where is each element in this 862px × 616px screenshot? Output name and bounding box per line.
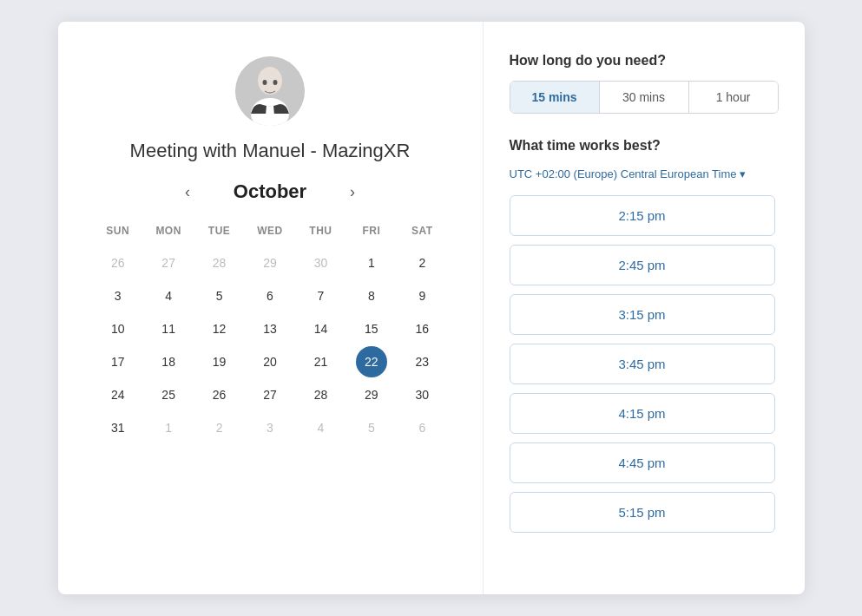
next-month-button[interactable]: › (340, 180, 365, 204)
time-slot-5[interactable]: 4:45 pm (510, 442, 775, 483)
time-slot-3[interactable]: 3:45 pm (510, 344, 775, 384)
duration-button-0[interactable]: 15 mins (510, 82, 600, 113)
calendar-day[interactable]: 13 (245, 313, 295, 344)
calendar-day[interactable]: 14 (295, 313, 345, 344)
calendar-day-header: THU (295, 221, 345, 240)
calendar-day-other-month: 28 (194, 247, 244, 279)
calendar-day-other-month: 5 (346, 412, 397, 443)
time-slot-4[interactable]: 4:15 pm (510, 393, 775, 434)
duration-section-title: How long do you need? (510, 53, 779, 69)
calendar-body: 2627282930123456789101112131415161718192… (93, 247, 448, 443)
calendar-day-other-month: 30 (295, 247, 345, 279)
calendar-day[interactable]: 24 (93, 379, 143, 410)
calendar-day[interactable]: 7 (295, 280, 345, 311)
time-slot-6[interactable]: 5:15 pm (510, 492, 775, 533)
time-slot-0[interactable]: 2:15 pm (510, 195, 775, 236)
calendar-day[interactable]: 9 (397, 280, 447, 311)
calendar-day[interactable]: 17 (93, 346, 143, 377)
time-section-title: What time works best? (510, 138, 779, 154)
calendar-day[interactable]: 27 (245, 379, 295, 410)
calendar-day[interactable]: 2 (397, 247, 447, 279)
calendar-day-other-month: 27 (143, 247, 194, 279)
calendar-day[interactable]: 19 (194, 346, 244, 377)
calendar-day[interactable]: 15 (346, 313, 397, 344)
calendar-day[interactable]: 21 (295, 346, 345, 377)
svg-point-4 (273, 80, 278, 85)
calendar-day[interactable]: 5 (194, 280, 244, 311)
calendar-day-header: FRI (346, 221, 397, 240)
calendar-day[interactable]: 25 (143, 379, 194, 410)
calendar-day[interactable]: 20 (245, 346, 295, 377)
timezone-selector[interactable]: UTC +02:00 (Europe) Central European Tim… (510, 167, 747, 180)
calendar-nav: ‹ October › (93, 180, 448, 204)
duration-button-2[interactable]: 1 hour (689, 82, 778, 113)
time-slot-2[interactable]: 3:15 pm (510, 294, 775, 335)
right-panel: How long do you need? 15 mins30 mins1 ho… (484, 22, 805, 594)
time-slot-1[interactable]: 2:45 pm (510, 245, 775, 285)
calendar-day-other-month: 29 (245, 247, 295, 279)
duration-buttons: 15 mins30 mins1 hour (510, 81, 779, 114)
calendar-grid: SUNMONTUEWEDTHUFRISAT 262728293012345678… (93, 221, 448, 443)
calendar-day-header: SUN (93, 221, 143, 240)
calendar-day[interactable]: 28 (295, 379, 345, 410)
calendar-day[interactable]: 30 (397, 379, 447, 410)
calendar-day[interactable]: 3 (93, 280, 143, 311)
month-label: October (214, 180, 326, 203)
timezone-chevron-icon: ▾ (740, 167, 746, 180)
calendar-day[interactable]: 8 (346, 280, 397, 311)
calendar-day[interactable]: 18 (143, 346, 194, 377)
time-slots-list: 2:15 pm2:45 pm3:15 pm3:45 pm4:15 pm4:45 … (510, 195, 779, 533)
calendar-day[interactable]: 29 (346, 379, 397, 410)
calendar-day-other-month: 26 (93, 247, 143, 279)
calendar-day-selected[interactable]: 22 (356, 346, 387, 377)
calendar-day[interactable]: 11 (143, 313, 194, 344)
timezone-text: UTC +02:00 (Europe) Central European Tim… (510, 167, 737, 180)
calendar-day-header: WED (245, 221, 295, 240)
calendar-day-other-month: 1 (143, 412, 194, 443)
calendar-day-other-month: 3 (245, 412, 295, 443)
left-panel: Meeting with Manuel - MazingXR ‹ October… (58, 22, 484, 594)
calendar-day-other-month: 6 (397, 412, 447, 443)
calendar-day[interactable]: 26 (194, 379, 244, 410)
timezone-row: UTC +02:00 (Europe) Central European Tim… (510, 166, 779, 181)
avatar (235, 56, 305, 126)
calendar-day[interactable]: 6 (245, 280, 295, 311)
calendar-day-header: TUE (194, 221, 244, 240)
duration-button-1[interactable]: 30 mins (600, 82, 689, 113)
avatar-container (93, 56, 448, 126)
calendar-day[interactable]: 10 (93, 313, 143, 344)
calendar-day-header: SAT (397, 221, 447, 240)
calendar-day[interactable]: 4 (143, 280, 194, 311)
prev-month-button[interactable]: ‹ (175, 180, 200, 204)
calendar-day[interactable]: 12 (194, 313, 244, 344)
calendar-day-other-month: 2 (194, 412, 244, 443)
calendar-header: SUNMONTUEWEDTHUFRISAT (93, 221, 448, 240)
calendar-day[interactable]: 1 (346, 247, 397, 279)
calendar-day[interactable]: 16 (397, 313, 447, 344)
calendar-day[interactable]: 31 (93, 412, 143, 443)
calendar-day-header: MON (143, 221, 194, 240)
calendar-day-other-month: 4 (295, 412, 345, 443)
svg-point-1 (258, 67, 282, 95)
calendar-day[interactable]: 23 (397, 346, 447, 377)
svg-point-3 (263, 80, 267, 85)
meeting-title: Meeting with Manuel - MazingXR (93, 140, 448, 162)
booking-card: Meeting with Manuel - MazingXR ‹ October… (58, 22, 805, 594)
